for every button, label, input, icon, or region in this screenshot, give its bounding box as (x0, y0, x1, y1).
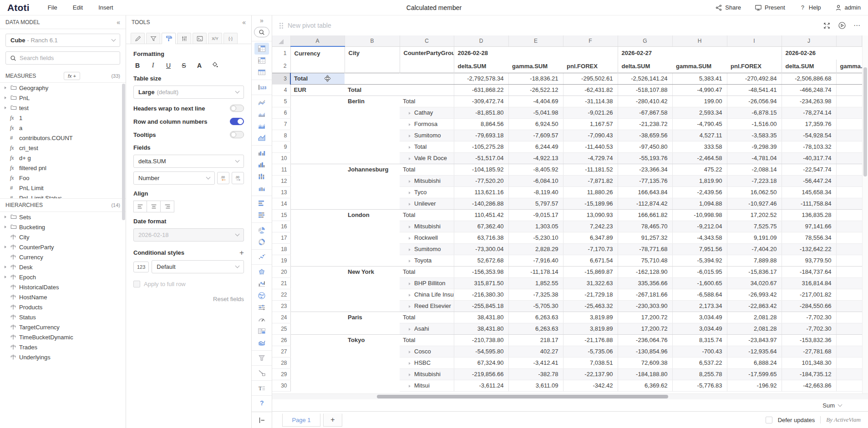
widget-help-button[interactable]: ? (254, 397, 269, 409)
pivot-value-cell[interactable]: 17,202.52 (727, 209, 782, 221)
pivot-cell[interactable]: Reed Elsevier (400, 300, 454, 312)
align-left-button[interactable] (133, 201, 147, 212)
share-button[interactable]: Share (715, 4, 741, 11)
pivot-cell[interactable] (836, 141, 862, 152)
pivot-value-cell[interactable]: -4,729.74 (563, 152, 618, 164)
collapse-tools-icon[interactable]: « (242, 19, 246, 26)
pivot-cell[interactable]: Rockwell (400, 232, 454, 243)
pivot-cell[interactable]: EUR (290, 84, 345, 96)
add-page-button[interactable]: + (323, 413, 342, 427)
pivot-value-cell[interactable]: -31,114.38 (563, 96, 618, 107)
pivot-cell[interactable] (836, 346, 862, 357)
pivot-cell[interactable] (836, 312, 862, 323)
sidebar-scrollbar-thumb[interactable] (122, 84, 125, 220)
row-number[interactable]: 22 (272, 289, 290, 300)
pivot-cell[interactable] (290, 118, 345, 130)
row-number[interactable]: 6 (272, 107, 290, 118)
cube-selector[interactable]: Cube - Ranch 6.1 (5, 34, 120, 47)
row-number[interactable]: 2 (272, 60, 290, 73)
pivot-value-cell[interactable]: 8,255.78 (672, 368, 727, 380)
pivot-cell[interactable] (836, 243, 862, 255)
pivot-cell[interactable] (290, 368, 345, 380)
hierarchy-item[interactable]: Currency (0, 252, 126, 262)
pivot-cell[interactable] (345, 141, 400, 152)
pivot-cell[interactable] (345, 130, 400, 141)
expand-caret-icon[interactable] (5, 96, 10, 99)
pivot-value-cell[interactable]: -67,867.58 (618, 107, 672, 118)
expand-caret-icon[interactable] (409, 248, 411, 251)
pivot-value-cell[interactable]: -23,843.97 (727, 334, 782, 346)
pivot-value-cell[interactable]: -234,263.98 (782, 96, 836, 107)
widget-pivot-table-button[interactable] (254, 43, 269, 55)
pivot-cell[interactable] (345, 300, 400, 312)
measure-item[interactable]: fx d+ g (0, 153, 126, 163)
pivot-cell[interactable] (290, 130, 345, 141)
pivot-value-cell[interactable]: 7,242.23 (563, 221, 618, 232)
pivot-cell[interactable]: Paris (345, 312, 400, 323)
pivot-value-cell[interactable]: -97,450.80 (618, 141, 672, 152)
row-number[interactable]: 23 (272, 300, 290, 312)
pivot-cell[interactable]: Mitsui (400, 380, 454, 391)
pivot-value-cell[interactable]: -11,440.53 (563, 141, 618, 152)
pivot-cell[interactable] (345, 380, 400, 391)
pivot-cell[interactable]: Cathay (400, 107, 454, 118)
pivot-value-cell[interactable]: -111,758.84 (782, 198, 836, 209)
pivot-value-cell[interactable]: 78,465.70 (618, 221, 672, 232)
pivot-value-cell[interactable]: 6,244.49 (508, 141, 563, 152)
pivot-value-cell[interactable]: -130,854.96 (618, 346, 672, 357)
pivot-cell[interactable] (836, 186, 862, 198)
expand-caret-icon[interactable] (409, 226, 411, 228)
pivot-value-cell[interactable]: -10,998.98 (672, 209, 727, 221)
pivot-value-cell[interactable]: -55,193.76 (618, 152, 672, 164)
pivot-cell[interactable] (290, 96, 345, 107)
hierarchy-item[interactable]: City (0, 232, 126, 242)
column-header-B[interactable]: B (345, 35, 400, 46)
pivot-cell[interactable] (836, 277, 862, 289)
pivot-cell[interactable]: Total (345, 84, 400, 96)
format-fill-color-button[interactable] (211, 61, 219, 70)
pivot-value-cell[interactable]: 101,348.30 (782, 357, 836, 368)
pivot-value-cell[interactable]: -27,781.68 (782, 346, 836, 357)
hierarchy-item[interactable]: Epoch (0, 272, 126, 282)
pivot-cell[interactable] (836, 255, 862, 266)
pivot-value-cell[interactable]: 67,362.40 (454, 221, 508, 232)
widget-gauge-chart-button[interactable] (254, 313, 269, 325)
pivot-value-cell[interactable]: 3,034.49 (672, 323, 727, 334)
pivot-cell[interactable] (290, 357, 345, 368)
pivot-value-cell[interactable]: 6,263.63 (508, 312, 563, 323)
dim-header[interactable]: City (345, 46, 400, 60)
pivot-value-cell[interactable]: -7,609.57 (508, 130, 563, 141)
hierarchy-item[interactable]: Sets (0, 212, 126, 222)
pivot-value-cell[interactable]: 6,671.54 (563, 255, 618, 266)
pivot-value-cell[interactable]: -196.92 (727, 380, 782, 391)
widget-kpi-123-button[interactable]: 123 (254, 81, 269, 93)
tools-tab-xy-axes[interactable]: X/Y (208, 33, 222, 44)
pivot-value-cell[interactable]: 7,525.75 (727, 221, 782, 232)
expand-caret-icon[interactable] (409, 191, 411, 194)
pivot-value-cell[interactable]: -23,366.34 (618, 164, 672, 175)
pivot-cell[interactable]: Formosa (400, 118, 454, 130)
pivot-value-cell[interactable]: 2,593.34 (672, 107, 727, 118)
pivot-value-cell[interactable]: -11,178.14 (508, 266, 563, 277)
pivot-value-cell[interactable]: -6,588.64 (672, 289, 727, 300)
row-number[interactable]: 9 (272, 141, 290, 152)
field-select[interactable]: delta.SUM (133, 155, 244, 168)
column-header-C[interactable]: C (400, 35, 454, 46)
pivot-value-cell[interactable]: 6,347.89 (563, 232, 618, 243)
expand-caret-icon[interactable] (5, 106, 10, 109)
pivot-value-cell[interactable]: -54,595.80 (454, 346, 508, 357)
select-all-corner[interactable] (272, 35, 290, 46)
widget-pivot-table-transposed-button[interactable]: E (254, 55, 269, 66)
pivot-value-cell[interactable]: -9,021.26 (563, 107, 618, 118)
pivot-value-cell[interactable]: -309,472.74 (454, 96, 508, 107)
expand-caret-icon[interactable] (409, 180, 411, 183)
toggle-tooltips[interactable] (230, 131, 244, 138)
pivot-value-cell[interactable]: -17,599.65 (727, 368, 782, 380)
pivot-value-cell[interactable]: 7,951.56 (672, 243, 727, 255)
pivot-value-cell[interactable]: -280,410.42 (618, 96, 672, 107)
pivot-value-cell[interactable]: -270,492.84 (727, 73, 782, 84)
pivot-cell[interactable] (290, 141, 345, 152)
pivot-value-cell[interactable]: 17,359.76 (782, 118, 836, 130)
pivot-value-cell[interactable]: -26,056.94 (727, 96, 782, 107)
pivot-cell[interactable] (290, 266, 345, 277)
